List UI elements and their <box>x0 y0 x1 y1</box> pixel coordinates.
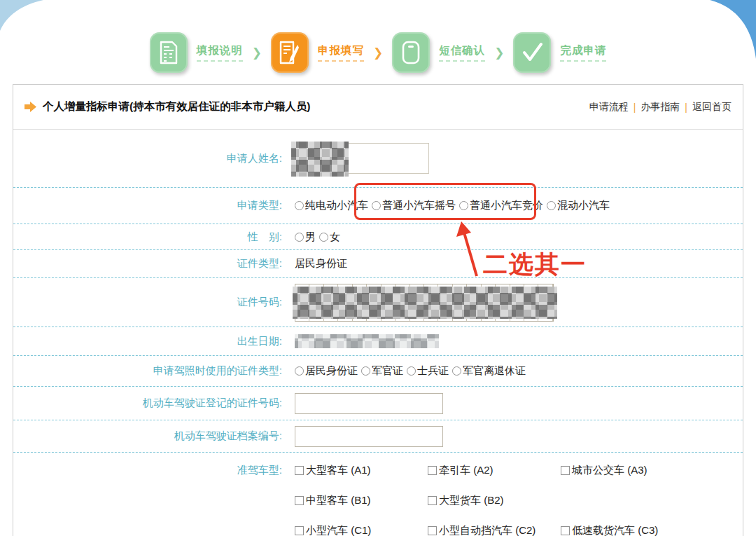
checkbox-option-b2[interactable]: 大型货车 (B2) <box>428 494 557 507</box>
checkbox-icon[interactable] <box>561 526 570 535</box>
field-label: 证件类型: <box>13 257 282 270</box>
radio-option-female[interactable]: 女 <box>319 231 340 244</box>
checkbox-option-c3[interactable]: 低速载货汽车 (C3) <box>561 524 658 536</box>
radio-icon[interactable] <box>407 366 416 376</box>
checkbox-icon[interactable] <box>295 466 304 475</box>
checkbox-icon[interactable] <box>428 526 437 535</box>
license-reg-id-number-input[interactable] <box>295 393 443 414</box>
field-label: 性 别: <box>13 231 282 244</box>
document-icon <box>150 32 188 73</box>
field-label: 机动车驾驶证档案编号: <box>13 430 282 443</box>
corner-decoration-left <box>0 0 43 31</box>
checkbox-option-a2[interactable]: 牵引车 (A2) <box>428 464 557 477</box>
applicant-name-input[interactable] <box>295 143 429 174</box>
row-id-number: 证件号码: <box>13 278 743 327</box>
checkbox-option-c1[interactable]: 小型汽车 (C1) <box>295 524 424 536</box>
link-application-flow[interactable]: 申请流程 <box>589 101 629 114</box>
field-label: 准驾车型: <box>13 453 282 477</box>
link-separator: | <box>685 102 687 113</box>
radio-icon[interactable] <box>372 201 381 210</box>
checkbox-option-b1[interactable]: 中型客车 (B1) <box>295 494 424 507</box>
link-separator: | <box>634 102 636 113</box>
step-indicator: 填报说明 ❯ 申报填写 ❯ 短信确认 ❯ <box>0 28 756 77</box>
step-label: 短信确认 <box>439 43 485 62</box>
form-panel: 个人增量指标申请(持本市有效居住证的非本市户籍人员) 申请流程 | 办事指南 |… <box>13 84 743 536</box>
row-id-type: 证件类型: 居民身份证 <box>13 250 743 278</box>
radio-icon[interactable] <box>452 366 461 376</box>
radio-option-resident-id[interactable]: 居民身份证 <box>295 364 358 378</box>
radio-icon[interactable] <box>295 366 304 376</box>
radio-icon[interactable] <box>295 201 304 210</box>
vehicle-type-grid: 大型客车 (A1) 牵引车 (A2) 城市公交车 (A3) 中型客车 <box>295 453 662 536</box>
radio-option-ordinary-car-bidding[interactable]: 普通小汽车竞价 <box>459 199 543 212</box>
grid-spacer <box>561 494 662 507</box>
row-gender: 性 别: 男 女 <box>13 224 743 250</box>
panel-header: 个人增量指标申请(持本市有效居住证的非本市户籍人员) 申请流程 | 办事指南 |… <box>13 85 743 130</box>
field-label: 证件号码: <box>13 296 282 309</box>
field-label: 申请类型: <box>13 199 282 212</box>
orange-arrow-icon <box>24 102 36 112</box>
radio-icon[interactable] <box>547 201 556 210</box>
application-form: 申请人姓名: 申请类型: 纯电动小汽车 普通小汽车 <box>13 130 743 536</box>
radio-icon[interactable] <box>319 233 328 242</box>
step-fill-instructions: 填报说明 ❯ <box>150 32 262 73</box>
radio-icon[interactable] <box>295 233 304 242</box>
chevron-right-icon: ❯ <box>252 46 262 60</box>
checkbox-option-c2[interactable]: 小型自动挡汽车 (C2) <box>428 524 557 536</box>
row-license-id-type: 申请驾照时使用的证件类型: 居民身份证 军官证 士兵证 <box>13 356 743 387</box>
checkmark-icon <box>513 32 551 73</box>
link-return-home[interactable]: 返回首页 <box>692 101 732 114</box>
radio-icon[interactable] <box>361 366 370 376</box>
step-label: 完成申请 <box>560 43 606 62</box>
field-label: 申请驾照时使用的证件类型: <box>13 364 282 378</box>
field-label: 出生日期: <box>13 335 282 348</box>
redacted-id-number <box>293 287 557 319</box>
phone-icon <box>392 32 430 73</box>
link-service-guide[interactable]: 办事指南 <box>640 101 680 114</box>
chevron-right-icon: ❯ <box>494 46 504 60</box>
checkbox-icon[interactable] <box>295 526 304 535</box>
radio-option-officer-card[interactable]: 军官证 <box>361 364 403 378</box>
step-label: 填报说明 <box>197 43 243 62</box>
row-permitted-vehicle-types: 准驾车型: 大型客车 (A1) 牵引车 (A2) 城市公 <box>13 453 743 536</box>
license-file-number-input[interactable] <box>295 426 443 447</box>
edit-form-icon <box>271 32 309 73</box>
redacted-name <box>291 142 349 177</box>
radio-option-soldier-card[interactable]: 士兵证 <box>407 364 449 378</box>
checkbox-icon[interactable] <box>428 496 437 505</box>
field-label: 机动车驾驶证登记的证件号码: <box>13 397 282 410</box>
radio-option-electric-car[interactable]: 纯电动小汽车 <box>295 199 368 212</box>
checkbox-icon[interactable] <box>295 496 304 505</box>
field-label: 申请人姓名: <box>13 152 282 165</box>
radio-icon[interactable] <box>459 201 468 210</box>
step-complete-application: 完成申请 <box>513 32 606 73</box>
checkbox-icon[interactable] <box>561 466 570 475</box>
id-type-value: 居民身份证 <box>295 257 347 270</box>
checkbox-icon[interactable] <box>428 466 437 475</box>
redacted-birth-date <box>295 334 439 348</box>
page-title: 个人增量指标申请(持本市有效居住证的非本市户籍人员) <box>43 99 589 114</box>
row-applicant-name: 申请人姓名: <box>13 130 743 188</box>
page: 填报说明 ❯ 申报填写 ❯ 短信确认 ❯ <box>0 0 756 536</box>
row-birth-date: 出生日期: <box>13 327 743 356</box>
checkbox-option-a3[interactable]: 城市公交车 (A3) <box>561 464 658 477</box>
step-sms-confirmation: 短信确认 ❯ <box>392 32 504 73</box>
chevron-right-icon: ❯ <box>373 46 383 60</box>
header-links: 申请流程 | 办事指南 | 返回首页 <box>589 101 732 114</box>
step-declaration-filling: 申报填写 ❯ <box>271 32 383 73</box>
row-application-type: 申请类型: 纯电动小汽车 普通小汽车摇号 普通小汽车竞价 <box>13 188 743 224</box>
checkbox-option-a1[interactable]: 大型客车 (A1) <box>295 464 424 477</box>
row-license-reg-id-number: 机动车驾驶证登记的证件号码: <box>13 387 743 420</box>
annotation-text: 二选其一 <box>483 248 587 281</box>
radio-option-hybrid-car[interactable]: 混动小汽车 <box>547 199 610 212</box>
radio-option-ordinary-car-lottery[interactable]: 普通小汽车摇号 <box>372 199 456 212</box>
radio-option-male[interactable]: 男 <box>295 231 316 244</box>
row-license-file-number: 机动车驾驶证档案编号: <box>13 420 743 453</box>
id-number-segmented-input[interactable] <box>295 284 554 322</box>
radio-option-retired-officer-card[interactable]: 军官离退休证 <box>452 364 526 378</box>
step-label: 申报填写 <box>318 43 364 62</box>
